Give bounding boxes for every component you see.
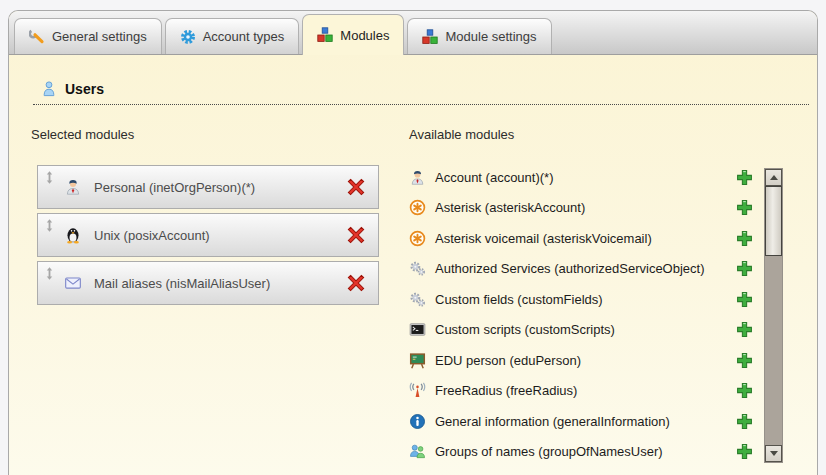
add-module-button[interactable]	[736, 413, 753, 430]
available-module-label: Authorized Services (authorizedServiceOb…	[435, 261, 705, 276]
add-module-button[interactable]	[736, 199, 753, 216]
selected-module-row[interactable]: Mail aliases (nisMailAliasUser)	[37, 261, 379, 305]
tab-modules[interactable]: Modules	[302, 14, 404, 55]
envelope-icon	[62, 274, 84, 292]
drag-handle-icon[interactable]	[45, 171, 54, 184]
available-module-row: Account (account)(*)	[409, 162, 753, 193]
selected-modules-list: Personal (inetOrgPerson)(*) Unix (posixA…	[37, 165, 379, 309]
gears-icon	[409, 260, 426, 277]
tab-label: Modules	[340, 28, 389, 43]
section-title: Users	[65, 81, 104, 97]
selected-module-row[interactable]: Personal (inetOrgPerson)(*)	[37, 165, 379, 209]
remove-module-button[interactable]	[347, 178, 365, 196]
settings-panel: General settings Account types Modules M…	[8, 10, 818, 475]
person-icon	[62, 178, 84, 196]
terminal-icon	[409, 321, 426, 338]
add-module-button[interactable]	[736, 291, 753, 308]
add-module-button[interactable]	[736, 230, 753, 247]
tab-label: General settings	[52, 29, 147, 44]
available-modules-scrollbar[interactable]	[764, 168, 783, 463]
selected-module-label: Mail aliases (nisMailAliasUser)	[94, 276, 270, 291]
add-module-button[interactable]	[736, 382, 753, 399]
drag-handle-icon[interactable]	[45, 267, 54, 280]
remove-module-button[interactable]	[347, 226, 365, 244]
wrench-icon	[29, 29, 45, 45]
tab-module-settings[interactable]: Module settings	[407, 18, 551, 54]
add-module-button[interactable]	[736, 352, 753, 369]
add-module-button[interactable]	[736, 321, 753, 338]
add-module-button[interactable]	[736, 169, 753, 186]
available-module-label: Custom scripts (customScripts)	[435, 322, 615, 337]
add-module-button[interactable]	[736, 443, 753, 460]
tab-label: Module settings	[445, 29, 536, 44]
person-icon	[409, 169, 426, 186]
scroll-up-button[interactable]	[765, 169, 782, 186]
available-module-row: Custom fields (customFields)	[409, 284, 753, 315]
modules-icon	[422, 29, 438, 45]
tab-bar: General settings Account types Modules M…	[9, 11, 817, 55]
modules-icon	[317, 27, 333, 43]
available-module-label: Asterisk (asteriskAccount)	[435, 200, 585, 215]
penguin-icon	[62, 226, 84, 244]
available-module-row: Custom scripts (customScripts)	[409, 315, 753, 346]
available-module-label: Account (account)(*)	[435, 170, 554, 185]
available-modules-list: Account (account)(*) Asterisk (asteriskA…	[409, 162, 753, 467]
asterisk-icon	[409, 199, 426, 216]
selected-module-row[interactable]: Unix (posixAccount)	[37, 213, 379, 257]
available-modules-heading: Available modules	[409, 127, 514, 142]
available-module-row: Groups of names (groupOfNamesUser)	[409, 437, 753, 468]
users-section-header: Users	[33, 81, 809, 105]
tab-label: Account types	[203, 29, 285, 44]
available-module-label: Groups of names (groupOfNamesUser)	[435, 444, 663, 459]
remove-module-button[interactable]	[347, 274, 365, 292]
add-module-button[interactable]	[736, 260, 753, 277]
tab-account-types[interactable]: Account types	[165, 18, 300, 54]
asterisk-icon	[409, 230, 426, 247]
available-module-label: FreeRadius (freeRadius)	[435, 383, 577, 398]
available-module-row: FreeRadius (freeRadius)	[409, 376, 753, 407]
group-icon	[409, 443, 426, 460]
arrow-up-icon	[770, 175, 778, 180]
selected-modules-heading: Selected modules	[31, 127, 134, 142]
user-icon	[41, 81, 57, 97]
available-module-row: Authorized Services (authorizedServiceOb…	[409, 254, 753, 285]
available-module-row: EDU person (eduPerson)	[409, 345, 753, 376]
blackboard-icon	[409, 352, 426, 369]
available-module-label: General information (generalInformation)	[435, 414, 670, 429]
scroll-down-button[interactable]	[765, 445, 782, 462]
selected-module-label: Personal (inetOrgPerson)(*)	[94, 180, 255, 195]
selected-module-label: Unix (posixAccount)	[94, 228, 210, 243]
available-module-label: EDU person (eduPerson)	[435, 353, 581, 368]
available-module-row: General information (generalInformation)	[409, 406, 753, 437]
antenna-icon	[409, 382, 426, 399]
info-icon	[409, 413, 426, 430]
gear-icon	[180, 29, 196, 45]
tab-general-settings[interactable]: General settings	[14, 18, 162, 54]
available-module-row: Asterisk (asteriskAccount)	[409, 193, 753, 224]
scroll-thumb[interactable]	[765, 186, 782, 256]
drag-handle-icon[interactable]	[45, 219, 54, 232]
gears-icon	[409, 291, 426, 308]
available-module-label: Asterisk voicemail (asteriskVoicemail)	[435, 231, 652, 246]
available-module-row: Asterisk voicemail (asteriskVoicemail)	[409, 223, 753, 254]
arrow-down-icon	[770, 451, 778, 456]
available-module-label: Custom fields (customFields)	[435, 292, 603, 307]
